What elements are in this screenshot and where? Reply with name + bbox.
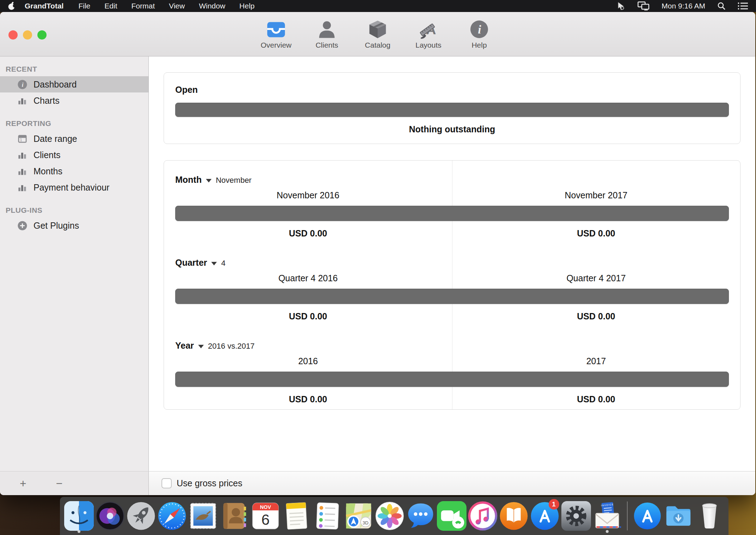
menu-format[interactable]: Format [131,2,155,10]
use-gross-prices-checkbox[interactable] [161,478,172,488]
svg-text:3D: 3D [362,520,368,525]
dock-launchpad-icon[interactable] [126,499,156,533]
sidebar-item-clients[interactable]: Clients [0,147,148,163]
notification-center-icon[interactable] [738,2,748,10]
menu-file[interactable]: File [78,2,90,10]
dashboard-main: Open Nothing outstanding Month November … [149,56,755,471]
month-amount-bar [175,206,729,221]
year-amount-right: USD 0.00 [452,394,740,404]
toolbar-label: Layouts [415,41,441,49]
sidebar-item-label: Clients [33,150,60,160]
quarter-amount-right: USD 0.00 [452,311,740,321]
sidebar-item-label: Dashboard [33,79,77,90]
menu-app-name[interactable]: GrandTotal [25,2,63,10]
menu-bar: GrandTotal File Edit Format View Window … [0,0,756,12]
month-selector[interactable]: Month November [175,175,251,185]
sidebar-item-date-range[interactable]: 1 Date range [0,131,148,147]
dock-mail-icon[interactable] [188,499,218,533]
menu-help[interactable]: Help [239,2,255,10]
package-box-icon [367,19,388,40]
svg-text:1: 1 [20,138,22,142]
toolbar-label: Clients [316,41,338,49]
menu-window[interactable]: Window [199,2,225,10]
dock-safari-icon[interactable] [157,499,187,533]
menu-clock[interactable]: Mon 9:16 AM [662,2,705,10]
bar-chart-icon [18,183,27,192]
quarter-amount-bar [175,289,729,304]
dock-siri-icon[interactable] [95,499,125,533]
open-panel-title: Open [175,85,198,95]
menu-view[interactable]: View [169,2,185,10]
year-selector-value: 2016 vs.2017 [208,342,255,351]
sidebar-item-dashboard[interactable]: i Dashboard [0,76,148,92]
bar-chart-icon [18,167,27,176]
quarter-amount-left: USD 0.00 [164,311,452,321]
chevron-down-icon [211,262,217,265]
running-indicator [78,530,80,533]
toolbar: Overview Clients [0,12,755,56]
month-label: Month [175,175,202,185]
dock-downloads-folder-icon[interactable] [664,499,693,533]
apple-logo-icon[interactable] [8,1,16,11]
toolbar-item-layouts[interactable]: A Layouts [411,19,445,49]
open-panel-message: Nothing outstanding [164,124,740,134]
dock-reminders-icon[interactable] [313,499,342,533]
dock-facetime-icon[interactable] [437,499,467,533]
sidebar-item-get-plugins[interactable]: Get Plugins [0,217,148,234]
sidebar-item-charts[interactable]: Charts [0,92,148,109]
sidebar-item-payment-behaviour[interactable]: Payment behaviour [0,179,148,196]
month-amount-left: USD 0.00 [164,228,452,239]
sidebar-item-label: Get Plugins [33,221,79,231]
dock-notes-icon[interactable] [282,499,311,533]
open-amount-bar [175,103,729,117]
toolbar-item-clients[interactable]: Clients [310,19,344,49]
month-selector-value: November [216,176,251,185]
dock-maps-icon[interactable]: 3D [344,499,373,533]
month-column-title-right: November 2017 [452,190,740,200]
dock-system-preferences-icon[interactable] [561,499,591,533]
dock-messages-icon[interactable] [406,499,435,533]
dock-app-store-icon[interactable]: 1 [530,499,560,533]
comparison-panel: Month November November 2016 November 20… [164,160,740,410]
dock-calendar-icon[interactable]: NOV 6 [251,499,280,533]
month-section: Month November November 2016 November 20… [164,161,740,244]
sidebar-section-recent: RECENT [0,61,148,76]
calendar-month-text: NOV [260,504,271,510]
year-label: Year [175,341,194,351]
dock-trash-icon[interactable] [695,499,724,533]
year-selector[interactable]: Year 2016 vs.2017 [175,341,255,351]
quarter-column-title-left: Quarter 4 2016 [164,273,452,283]
person-icon [317,19,337,40]
toolbar-item-overview[interactable]: Overview [259,19,293,49]
toolbar-item-catalog[interactable]: Catalog [361,19,395,49]
remove-report-button[interactable]: − [56,478,63,489]
sidebar-section-reporting: REPORTING [0,116,148,131]
dock-finder-icon[interactable] [64,499,94,533]
toolbar-item-help[interactable]: i Help [462,19,496,49]
dock-books-icon[interactable] [499,499,529,533]
svg-text:i: i [478,23,481,36]
sidebar-item-months[interactable]: Months [0,163,148,179]
main-footer: Use gross prices [149,471,755,495]
sidebar: RECENT i Dashboard Charts REPORTING [0,56,149,471]
year-column-title-left: 2016 [164,356,452,366]
screen-sharing-cursor-icon[interactable] [616,1,626,11]
quarter-section: Quarter 4 Quarter 4 2016 Quarter 4 2017 … [164,244,740,326]
menu-edit[interactable]: Edit [104,2,117,10]
year-amount-left: USD 0.00 [164,394,452,404]
grandtotal-window: Overview Clients [0,12,755,495]
dock-separator [627,501,628,530]
month-column-title-left: November 2016 [164,190,452,200]
dock-grandtotal-icon[interactable]: INVOICE [592,499,622,533]
toolbar-label: Help [471,41,487,49]
calendar-day-text: 6 [261,511,269,528]
quarter-selector[interactable]: Quarter 4 [175,258,226,268]
spotlight-search-icon[interactable] [717,2,726,10]
dock-contacts-icon[interactable] [219,499,249,533]
dock-app-store-2-icon[interactable] [633,499,662,533]
dock-itunes-icon[interactable] [468,499,498,533]
dock-photos-icon[interactable] [375,499,404,533]
displays-icon[interactable] [638,1,650,11]
chevron-down-icon [206,179,212,182]
add-report-button[interactable]: + [20,478,26,489]
